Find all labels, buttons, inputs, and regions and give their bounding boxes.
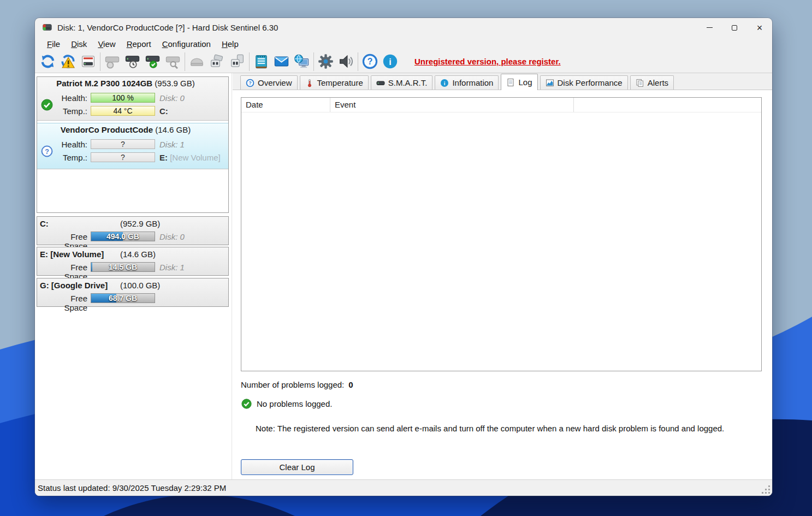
network-icon[interactable] xyxy=(292,52,312,72)
disk-list: Patriot M.2 P300 1024GB (953.9 GB) Healt… xyxy=(37,76,229,213)
unregistered-notice-link[interactable]: Unregistered version, please register. xyxy=(414,57,561,66)
menu-disk[interactable]: Disk xyxy=(66,39,92,49)
menu-configuration[interactable]: Configuration xyxy=(157,39,216,49)
desktop: Disk: 1, VendorCo ProductCode [?] - Hard… xyxy=(0,0,812,516)
disk-name: Patriot M.2 P300 1024GB xyxy=(56,79,152,88)
volume-panel-c[interactable]: C: (952.9 GB) Free Space 494.0 GB Disk: … xyxy=(37,216,229,245)
close-button[interactable]: × xyxy=(747,18,772,37)
window-title: Disk: 1, VendorCo ProductCode [?] - Hard… xyxy=(57,23,278,32)
toolbar-separator xyxy=(313,52,314,71)
minimize-button[interactable] xyxy=(697,18,722,37)
toolbar: ? i Unregistered version, please registe… xyxy=(35,50,772,73)
tab-information[interactable]: i Information xyxy=(435,75,499,90)
column-header-empty xyxy=(574,98,761,112)
registered-version-note: Note: The registered version can send al… xyxy=(256,424,747,433)
temp-label: Temp.: xyxy=(54,106,87,116)
temp-bar: ? xyxy=(91,152,155,162)
tab-strip: ? Overview Temperature S.M.A.R.T. i Info… xyxy=(233,73,772,90)
no-problems-line: No problems logged. xyxy=(241,399,332,409)
toolbar-separator xyxy=(185,52,185,71)
menu-view[interactable]: View xyxy=(92,39,121,49)
tab-alerts[interactable]: Alerts xyxy=(630,75,674,90)
tab-smart[interactable]: S.M.A.R.T. xyxy=(371,75,433,90)
free-space-bar: 68.7 GB xyxy=(91,293,155,303)
notepad-icon[interactable] xyxy=(251,52,271,72)
disk-number: Disk: 0 xyxy=(159,93,185,103)
svg-text:i: i xyxy=(389,57,392,67)
volume-letter: G: [Google Drive] xyxy=(40,281,108,290)
problems-count: 0 xyxy=(348,380,353,389)
log-document-icon xyxy=(506,78,515,87)
column-header-date[interactable]: Date xyxy=(241,98,330,112)
disk-search-icon[interactable] xyxy=(163,52,183,72)
settings-gear-icon[interactable] xyxy=(316,52,336,72)
disk-accept-icon[interactable] xyxy=(143,52,163,72)
resize-grip[interactable] xyxy=(768,492,770,494)
free-space-label: Free Space xyxy=(49,294,87,312)
menu-file[interactable]: File xyxy=(42,39,66,49)
disk-number: Disk: 1 xyxy=(159,140,185,149)
connector-b-icon[interactable] xyxy=(227,52,247,72)
connector-a-icon[interactable] xyxy=(207,52,227,72)
disk-clock-icon[interactable] xyxy=(122,52,143,72)
disk-number: Disk: 0 xyxy=(159,232,185,241)
log-table-header: Date Event xyxy=(241,98,761,112)
menu-help[interactable]: Help xyxy=(216,39,244,49)
disk-test-icon[interactable] xyxy=(102,52,122,72)
sound-icon[interactable] xyxy=(336,52,356,72)
volume-name: [New Volume] xyxy=(170,153,221,162)
tab-overview[interactable]: ? Overview xyxy=(240,75,298,90)
refresh-warning-icon[interactable] xyxy=(58,52,78,72)
svg-text:?: ? xyxy=(248,80,252,86)
health-bar: 100 % xyxy=(91,93,155,103)
tab-log[interactable]: Log xyxy=(501,74,537,90)
health-label: Health: xyxy=(54,140,87,149)
volume-panel-e[interactable]: E: [New Volume] (14.6 GB) Free Space 14.… xyxy=(37,247,229,276)
tab-temperature[interactable]: Temperature xyxy=(300,75,369,90)
tab-disk-performance[interactable]: Disk Performance xyxy=(540,75,628,90)
toolbar-separator xyxy=(249,52,250,71)
refresh-icon[interactable] xyxy=(38,52,58,72)
volume-letter: C: xyxy=(40,219,49,228)
disk-icon xyxy=(376,79,385,87)
toolbar-separator xyxy=(100,52,100,71)
help-icon[interactable]: ? xyxy=(360,52,380,72)
drive-letter: C: xyxy=(159,106,168,116)
app-icon xyxy=(42,22,52,33)
free-space-bar: 14.5 GB xyxy=(91,262,155,272)
volume-size: (100.0 GB) xyxy=(120,281,160,290)
content-area: Patriot M.2 P300 1024GB (953.9 GB) Healt… xyxy=(35,73,772,479)
thermometer-icon xyxy=(305,79,314,87)
free-space-fill xyxy=(91,263,92,271)
maximize-button[interactable] xyxy=(722,18,747,37)
health-bar: ? xyxy=(91,139,155,149)
svg-text:i: i xyxy=(444,80,446,86)
ok-check-icon xyxy=(241,399,252,409)
column-header-event[interactable]: Event xyxy=(330,98,574,112)
free-space-bar: 494.0 GB xyxy=(91,232,155,241)
overview-icon: ? xyxy=(246,79,254,87)
drive-letter: E: xyxy=(159,153,168,162)
info-icon[interactable]: i xyxy=(380,52,400,72)
performance-chart-icon xyxy=(546,79,554,87)
status-text: Status last updated: 9/30/2025 Tuesday 2… xyxy=(38,483,226,493)
disk-size: (14.6 GB) xyxy=(155,125,191,134)
disk-panel-0[interactable]: Patriot M.2 P300 1024GB (953.9 GB) Healt… xyxy=(37,77,228,121)
mail-icon[interactable] xyxy=(271,52,292,72)
volume-panel-g[interactable]: G: [Google Drive] (100.0 GB) Free Space … xyxy=(37,278,229,307)
minimize-icon xyxy=(707,27,713,28)
disk-report-icon[interactable] xyxy=(78,52,98,72)
svg-text:?: ? xyxy=(368,57,373,66)
disk-dome-icon[interactable] xyxy=(187,52,207,72)
menu-report[interactable]: Report xyxy=(121,39,157,49)
toolbar-separator xyxy=(358,52,358,71)
menu-bar: File Disk View Report Configuration Help xyxy=(35,37,772,50)
alerts-pages-icon xyxy=(636,79,644,87)
free-space-value: 68.7 GB xyxy=(109,294,137,303)
problems-count-line: Number of problems logged:0 xyxy=(241,380,353,389)
disk-panel-1-selected[interactable]: VendorCo ProductCode (14.6 GB) ? Health:… xyxy=(37,123,228,169)
temp-label: Temp.: xyxy=(54,153,87,162)
free-space-value: 14.5 GB xyxy=(109,263,137,271)
clear-log-button[interactable]: Clear Log xyxy=(241,459,353,475)
information-icon: i xyxy=(440,79,449,87)
